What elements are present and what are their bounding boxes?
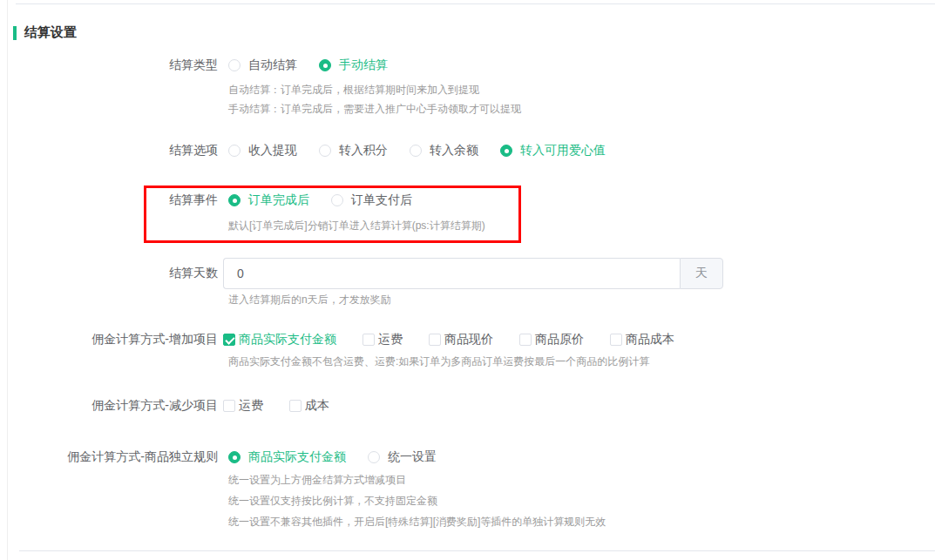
form-row-commission-minus: 佣金计算方式-减少项目 运费 成本 (0, 398, 329, 414)
settle-option-label: 结算选项 (0, 143, 218, 159)
radio-manual-settle[interactable]: 手动结算 (319, 57, 388, 73)
radio-unchecked-icon (368, 451, 380, 463)
days-unit-append: 天 (680, 258, 723, 289)
commission-minus-checkbox-group: 运费 成本 (223, 398, 329, 414)
section-accent-bar (13, 26, 17, 40)
tip-line: 统一设置不兼容其他插件，开启后[特殊结算][消费奖励]等插件的单独计算规则无效 (228, 511, 606, 532)
checkbox-original-price[interactable]: 商品原价 (519, 332, 584, 347)
commission-product-rule-label: 佣金计算方式-商品独立规则 (0, 449, 218, 465)
days-input-wrapper: 天 (223, 258, 723, 289)
checkbox-minus-cost[interactable]: 成本 (289, 398, 329, 414)
radio-unchecked-icon (331, 194, 343, 206)
settle-days-input[interactable] (223, 258, 680, 289)
checkbox-unchecked-icon (429, 334, 441, 346)
radio-to-love-value-label: 转入可用爱心值 (520, 143, 606, 159)
checkbox-unchecked-icon (362, 334, 375, 346)
settle-type-radio-group: 自动结算 手动结算 (228, 57, 388, 73)
panel-bottom-border (19, 550, 935, 551)
checkbox-shipping-fee[interactable]: 运费 (362, 332, 403, 347)
commission-add-tip: 商品实际支付金额不包含运费、运费:如果订单为多商品订单运费按最后一个商品的比例计… (228, 352, 649, 371)
radio-order-complete[interactable]: 订单完成后 (228, 192, 309, 208)
radio-order-complete-label: 订单完成后 (248, 192, 309, 208)
panel-top-border (16, 3, 935, 4)
form-row-settle-event: 结算事件 订单完成后 订单支付后 (0, 192, 412, 208)
radio-checked-icon (228, 451, 241, 463)
radio-income-withdraw[interactable]: 收入提现 (228, 143, 297, 159)
radio-rule-actual-pay[interactable]: 商品实际支付金额 (228, 449, 346, 465)
radio-rule-actual-pay-label: 商品实际支付金额 (248, 449, 346, 465)
radio-checked-icon (228, 194, 241, 206)
tip-line: 商品实际支付金额不包含运费、运费:如果订单为多商品订单运费按最后一个商品的比例计… (228, 352, 649, 371)
settle-event-label: 结算事件 (0, 192, 218, 208)
form-row-settle-days: 结算天数 天 (0, 258, 723, 289)
commission-product-rule-radio-group: 商品实际支付金额 统一设置 (228, 449, 437, 465)
tip-line: 统一设置为上方佣金结算方式增减项目 (228, 469, 606, 490)
radio-rule-unified-label: 统一设置 (388, 449, 437, 465)
radio-unchecked-icon (319, 145, 331, 157)
settle-days-input-group: 天 (223, 258, 723, 289)
checkbox-current-price-label: 商品现价 (444, 332, 493, 347)
settle-type-tips: 自动结算：订单完成后，根据结算期时间来加入到提现 手动结算：订单完成后，需要进入… (228, 80, 521, 118)
tip-line: 手动结算：订单完成后，需要进入推广中心手动领取才可以提现 (228, 99, 521, 118)
radio-unchecked-icon (228, 59, 241, 71)
settle-event-radio-group: 订单完成后 订单支付后 (228, 192, 412, 208)
radio-unchecked-icon (228, 145, 241, 157)
checkbox-actual-pay-amount[interactable]: 商品实际支付金额 (223, 332, 336, 347)
section-title: 结算设置 (24, 24, 77, 41)
radio-order-paid[interactable]: 订单支付后 (331, 192, 412, 208)
commission-minus-label: 佣金计算方式-减少项目 (0, 398, 218, 414)
checkbox-product-cost-label: 商品成本 (626, 332, 674, 347)
commission-add-checkbox-group: 商品实际支付金额 运费 商品现价 商品原价 商品成本 (223, 332, 674, 347)
radio-to-points-label: 转入积分 (339, 143, 388, 159)
radio-rule-unified[interactable]: 统一设置 (368, 449, 437, 465)
tip-line: 进入结算期后的n天后，才发放奖励 (228, 290, 391, 309)
radio-order-paid-label: 订单支付后 (351, 192, 412, 208)
settle-days-tip: 进入结算期后的n天后，才发放奖励 (228, 290, 391, 309)
checkbox-unchecked-icon (223, 400, 235, 412)
radio-unchecked-icon (410, 145, 422, 157)
radio-to-love-value[interactable]: 转入可用爱心值 (500, 143, 606, 159)
form-row-settle-option: 结算选项 收入提现 转入积分 转入余额 转入可用爱心值 (0, 143, 606, 159)
radio-auto-settle-label: 自动结算 (248, 57, 297, 73)
checkbox-unchecked-icon (289, 400, 302, 412)
checkbox-current-price[interactable]: 商品现价 (429, 332, 493, 347)
form-row-commission-add: 佣金计算方式-增加项目 商品实际支付金额 运费 商品现价 商品原价 商品成本 (0, 332, 674, 347)
tip-line: 默认[订单完成后]分销订单进入结算计算(ps:计算结算期) (228, 216, 485, 235)
tip-line: 自动结算：订单完成后，根据结算期时间来加入到提现 (228, 80, 521, 99)
radio-manual-settle-label: 手动结算 (339, 57, 388, 73)
radio-to-balance-label: 转入余额 (430, 143, 478, 159)
radio-to-points[interactable]: 转入积分 (319, 143, 388, 159)
form-row-settle-type: 结算类型 自动结算 手动结算 (0, 57, 388, 73)
radio-income-withdraw-label: 收入提现 (248, 143, 297, 159)
checkbox-checked-icon (223, 334, 235, 346)
checkbox-unchecked-icon (610, 334, 622, 346)
checkbox-minus-shipping-fee-label: 运费 (239, 398, 263, 414)
commission-add-label: 佣金计算方式-增加项目 (0, 332, 218, 347)
settle-event-tip: 默认[订单完成后]分销订单进入结算计算(ps:计算结算期) (228, 216, 485, 235)
radio-checked-icon (319, 59, 331, 71)
checkbox-product-cost[interactable]: 商品成本 (610, 332, 674, 347)
radio-checked-icon (500, 145, 512, 157)
checkbox-unchecked-icon (519, 334, 532, 346)
checkbox-original-price-label: 商品原价 (535, 332, 584, 347)
checkbox-minus-cost-label: 成本 (305, 398, 329, 414)
section-header: 结算设置 (13, 24, 77, 41)
checkbox-actual-pay-amount-label: 商品实际支付金额 (239, 332, 336, 347)
settle-type-label: 结算类型 (0, 57, 218, 73)
commission-product-rule-tips: 统一设置为上方佣金结算方式增减项目 统一设置仅支持按比例计算，不支持固定金额 统… (228, 469, 606, 532)
form-row-commission-product-rule: 佣金计算方式-商品独立规则 商品实际支付金额 统一设置 (0, 449, 437, 465)
radio-to-balance[interactable]: 转入余额 (410, 143, 478, 159)
checkbox-minus-shipping-fee[interactable]: 运费 (223, 398, 263, 414)
tip-line: 统一设置仅支持按比例计算，不支持固定金额 (228, 490, 606, 511)
settle-days-label: 结算天数 (0, 266, 218, 281)
settlement-settings-page: 结算设置 结算类型 自动结算 手动结算 自动结算：订单完成后，根据结算期时间来加… (0, 0, 935, 560)
checkbox-shipping-fee-label: 运费 (378, 332, 403, 347)
settle-option-radio-group: 收入提现 转入积分 转入余额 转入可用爱心值 (228, 143, 606, 159)
radio-auto-settle[interactable]: 自动结算 (228, 57, 297, 73)
